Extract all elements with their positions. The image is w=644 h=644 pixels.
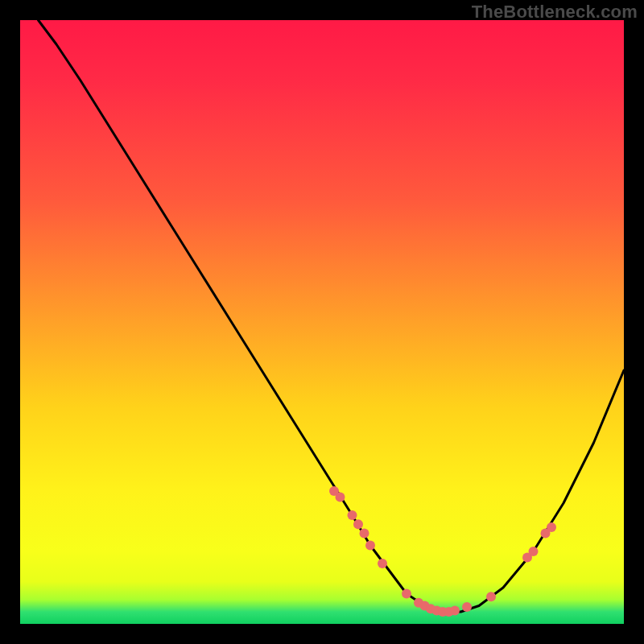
curve-layer <box>20 20 624 624</box>
bottleneck-curve <box>39 20 625 612</box>
highlight-dot <box>348 510 357 520</box>
highlight-dot <box>353 519 363 529</box>
highlight-dot <box>378 559 387 568</box>
highlight-dot <box>365 541 375 551</box>
highlight-dot <box>486 592 496 601</box>
highlight-dot <box>402 589 411 599</box>
highlight-dot <box>336 493 345 502</box>
highlight-dot <box>462 602 472 612</box>
highlight-dots <box>329 486 556 617</box>
highlight-dot <box>547 522 556 532</box>
highlight-dot <box>360 529 369 539</box>
plot-area <box>20 20 624 624</box>
chart-frame: TheBottleneck.com <box>0 0 644 644</box>
highlight-dot <box>450 606 460 616</box>
highlight-dot <box>529 547 539 556</box>
